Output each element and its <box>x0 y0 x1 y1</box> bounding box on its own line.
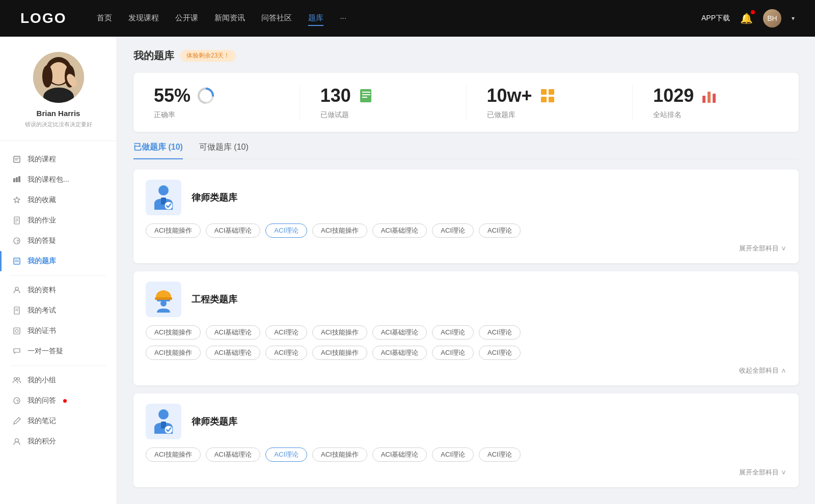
nav-more[interactable]: ··· <box>340 11 346 26</box>
eng-tag-4[interactable]: ACI基础理论 <box>372 325 427 340</box>
svg-rect-43 <box>708 92 711 103</box>
nav-qa[interactable]: 问答社区 <box>261 11 292 26</box>
eng-tag-9[interactable]: ACI理论 <box>265 346 307 360</box>
homework-icon <box>12 216 21 225</box>
sidebar-item-course-pkg[interactable]: 我的课程包... <box>0 170 117 190</box>
list-doc-icon <box>357 87 375 105</box>
qbank-section-lawyer2: 律师类题库 ACI技能操作 ACI基础理论 ACI理论 ACI技能操作 ACI基… <box>133 394 799 487</box>
group-label: 我的小组 <box>28 376 56 385</box>
tab-done[interactable]: 已做题库 (10) <box>133 142 183 159</box>
exam-label: 我的考试 <box>28 306 56 315</box>
nav-home[interactable]: 首页 <box>97 11 112 26</box>
exam-icon <box>12 306 21 315</box>
eng-tag-12[interactable]: ACI理论 <box>432 346 474 360</box>
l2-tag-6[interactable]: ACI理论 <box>479 447 521 462</box>
svg-point-50 <box>160 300 167 306</box>
sidebar-item-questions[interactable]: ? 我的问答 <box>0 390 117 411</box>
expand-lawyer1[interactable]: 展开全部科目 ∨ <box>146 244 786 253</box>
l2-tag-4[interactable]: ACI基础理论 <box>372 447 427 462</box>
stat-label-done: 已做试题 <box>320 110 349 120</box>
profile-label: 我的资料 <box>28 286 56 295</box>
svg-point-28 <box>14 378 17 380</box>
stat-top-banks: 10w+ <box>487 85 557 106</box>
sidebar-item-notes[interactable]: 我的笔记 <box>0 411 117 431</box>
user-name: Brian Harris <box>37 109 80 118</box>
sidebar-item-qbank[interactable]: 我的题库 <box>0 251 117 271</box>
sidebar-item-exam[interactable]: 我的考试 <box>0 300 117 321</box>
app-download-button[interactable]: APP下载 <box>701 14 730 23</box>
qbank-tags-engineer-row1: ACI技能操作 ACI基础理论 ACI理论 ACI技能操作 ACI基础理论 AC… <box>146 325 786 340</box>
eng-tag-10[interactable]: ACI技能操作 <box>312 346 367 360</box>
trial-badge: 体验剩余23天！ <box>180 50 236 62</box>
eng-tag-2[interactable]: ACI理论 <box>265 325 307 340</box>
qbank-icon <box>12 257 21 266</box>
eng-tag-3[interactable]: ACI技能操作 <box>312 325 367 340</box>
nav-qbank[interactable]: 题库 <box>308 11 323 26</box>
svg-point-29 <box>17 378 20 380</box>
qbank-tags-lawyer2: ACI技能操作 ACI基础理论 ACI理论 ACI技能操作 ACI基础理论 AC… <box>146 447 786 462</box>
engineer-icon <box>152 286 175 313</box>
qbank-title-engineer: 工程类题库 <box>192 293 237 305</box>
sidebar-item-profile[interactable]: 我的资料 <box>0 280 117 300</box>
l2-tag-1[interactable]: ACI基础理论 <box>206 447 261 462</box>
qbank-title-lawyer1: 律师类题库 <box>192 191 237 204</box>
stat-ranking: 1029 全站排名 <box>633 85 799 120</box>
tag-4[interactable]: ACI基础理论 <box>372 223 427 238</box>
qbank-icon-lawyer1 <box>146 180 181 215</box>
eng-tag-13[interactable]: ACI理论 <box>479 346 521 360</box>
eng-tag-7[interactable]: ACI技能操作 <box>146 346 201 360</box>
qbank-title-lawyer2: 律师类题库 <box>192 415 237 428</box>
avatar-image: BH <box>763 9 781 27</box>
sidebar-item-cert[interactable]: 我的证书 <box>0 321 117 341</box>
l2-tag-2-active[interactable]: ACI理论 <box>265 447 307 462</box>
avatar[interactable]: BH <box>763 9 781 27</box>
l2-tag-5[interactable]: ACI理论 <box>432 447 474 462</box>
tag-1[interactable]: ACI基础理论 <box>206 223 261 238</box>
stat-done-banks: 10w+ 已做题库 <box>467 85 633 120</box>
sidebar-item-qa[interactable]: ? 我的答疑 <box>0 231 117 251</box>
l2-tag-3[interactable]: ACI技能操作 <box>312 447 367 462</box>
sidebar-item-one-on-one[interactable]: 一对一答疑 <box>0 341 117 361</box>
nav-links: 首页 发现课程 公开课 新闻资讯 问答社区 题库 ··· <box>97 11 681 26</box>
stat-done-questions: 130 已做试题 <box>300 85 467 120</box>
svg-rect-49 <box>155 297 172 300</box>
nav-discover[interactable]: 发现课程 <box>128 11 159 26</box>
qbank-tags-lawyer1: ACI技能操作 ACI基础理论 ACI理论 ACI技能操作 ACI基础理论 AC… <box>146 223 786 238</box>
svg-rect-34 <box>360 89 371 102</box>
tag-0[interactable]: ACI技能操作 <box>146 223 201 238</box>
sidebar-item-favorites[interactable]: 我的收藏 <box>0 190 117 210</box>
svg-rect-26 <box>14 328 20 334</box>
tag-5[interactable]: ACI理论 <box>432 223 474 238</box>
eng-tag-11[interactable]: ACI基础理论 <box>372 346 427 360</box>
sidebar-item-group[interactable]: 我的小组 <box>0 370 117 390</box>
points-label: 我的积分 <box>28 437 56 446</box>
qbank-tags-engineer-row2: ACI技能操作 ACI基础理论 ACI理论 ACI技能操作 ACI基础理论 AC… <box>146 346 786 360</box>
nav-opencourse[interactable]: 公开课 <box>175 11 198 26</box>
notification-badge <box>751 10 755 14</box>
cert-label: 我的证书 <box>28 326 56 335</box>
notes-label: 我的笔记 <box>28 416 56 426</box>
sidebar-item-points[interactable]: 我的积分 <box>0 431 117 452</box>
eng-tag-0[interactable]: ACI技能操作 <box>146 325 201 340</box>
svg-rect-10 <box>13 178 15 182</box>
nav-news[interactable]: 新闻资讯 <box>214 11 245 26</box>
svg-rect-19 <box>14 258 20 264</box>
svg-rect-7 <box>14 156 20 162</box>
eng-tag-6[interactable]: ACI理论 <box>479 325 521 340</box>
tab-available[interactable]: 可做题库 (10) <box>199 142 249 159</box>
expand-lawyer2[interactable]: 展开全部科目 ∨ <box>146 468 786 477</box>
tag-3[interactable]: ACI技能操作 <box>312 223 367 238</box>
tag-2-active[interactable]: ACI理论 <box>265 223 307 238</box>
notification-bell-icon[interactable]: 🔔 <box>740 12 753 24</box>
eng-tag-5[interactable]: ACI理论 <box>432 325 474 340</box>
eng-tag-8[interactable]: ACI基础理论 <box>206 346 261 360</box>
collapse-engineer[interactable]: 收起全部科目 ∧ <box>146 366 786 375</box>
profile-dropdown-icon[interactable]: ▾ <box>792 15 795 22</box>
l2-tag-0[interactable]: ACI技能操作 <box>146 447 201 462</box>
eng-tag-1[interactable]: ACI基础理论 <box>206 325 261 340</box>
tag-6[interactable]: ACI理论 <box>479 223 521 238</box>
qbank-header-engineer: 工程类题库 <box>146 282 786 317</box>
page-title: 我的题库 <box>133 49 174 63</box>
sidebar-item-homework[interactable]: 我的作业 <box>0 210 117 231</box>
sidebar-item-courses[interactable]: 我的课程 <box>0 149 117 170</box>
